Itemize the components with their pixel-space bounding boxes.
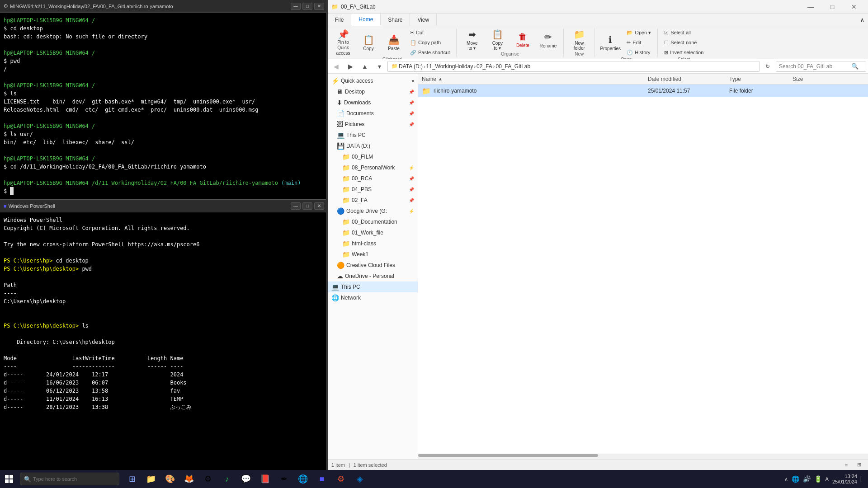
col-date-header[interactable]: Date modified bbox=[644, 74, 726, 84]
sidebar-item-googledrive[interactable]: 🔵 Google Drive (G: ⚡ bbox=[328, 206, 418, 216]
git-btn[interactable]: ⚙ bbox=[332, 470, 350, 488]
spotify-btn[interactable]: ♪ bbox=[218, 470, 236, 488]
delete-btn[interactable]: 🗑 Delete bbox=[511, 28, 534, 52]
mingw-maximize-btn[interactable]: □ bbox=[302, 3, 312, 10]
sidebar-item-01work[interactable]: 📁 01_Work_file bbox=[328, 227, 418, 238]
wacom-btn[interactable]: ✒ bbox=[275, 470, 293, 488]
addr-part-data[interactable]: DATA (D:) bbox=[399, 63, 423, 70]
firefox-btn[interactable]: 🦊 bbox=[180, 470, 198, 488]
select-none-btn[interactable]: ☐ Select none bbox=[661, 38, 706, 47]
copy-btn[interactable]: 📋 Copy bbox=[357, 31, 380, 54]
sidebar-item-htmlclass[interactable]: 📁 html-class bbox=[328, 238, 418, 249]
address-path[interactable]: 📁 DATA (D:) › 11_WorkingHoliday › 02_FA … bbox=[387, 61, 760, 72]
ribbon-collapse-btn[interactable]: ∧ bbox=[857, 14, 868, 26]
addr-part-fa[interactable]: 02_FA bbox=[476, 63, 492, 70]
tab-file[interactable]: File bbox=[328, 14, 351, 26]
tab-share[interactable]: Share bbox=[381, 14, 410, 26]
col-type-header[interactable]: Type bbox=[726, 74, 789, 84]
history-btn[interactable]: 🕐 History bbox=[624, 48, 654, 57]
acrobat-btn[interactable]: 📕 bbox=[256, 470, 274, 488]
ps-maximize-btn[interactable]: □ bbox=[302, 202, 312, 210]
task-view-btn[interactable]: ⊞ bbox=[123, 470, 141, 488]
line-btn[interactable]: 💬 bbox=[237, 470, 255, 488]
sidebar-item-pictures[interactable]: 🖼 Pictures 📌 bbox=[328, 119, 418, 130]
sidebar-item-documents[interactable]: 📄 Documents 📌 bbox=[328, 108, 418, 119]
search-input[interactable] bbox=[779, 63, 851, 70]
cut-btn[interactable]: ✂ Cut bbox=[407, 28, 453, 37]
ps-close-btn[interactable]: ✕ bbox=[314, 202, 324, 210]
sidebar-item-00doc[interactable]: 📁 00_Documentation bbox=[328, 216, 418, 227]
h-scroll-thumb[interactable] bbox=[418, 454, 598, 457]
details-view-btn[interactable]: ≡ bbox=[841, 460, 852, 469]
open-btn[interactable]: 📂 Open ▾ bbox=[624, 28, 654, 37]
chrome-btn[interactable]: 🌐 bbox=[294, 470, 312, 488]
ps-body[interactable]: Windows PowerShell Copyright (C) Microso… bbox=[0, 212, 328, 470]
pin-to-quick-access-btn[interactable]: 📌 Pin to Quickaccess bbox=[331, 31, 355, 54]
powershell-taskbar-btn[interactable]: ■ bbox=[313, 470, 331, 488]
tray-volume-icon[interactable]: 🔊 bbox=[803, 475, 811, 483]
terminal-resize-handle[interactable] bbox=[326, 0, 328, 488]
sidebar-item-data-d[interactable]: 💾 DATA (D:) bbox=[328, 141, 418, 151]
back-btn[interactable]: ◀ bbox=[330, 61, 342, 72]
paste-btn[interactable]: 📥 Paste bbox=[382, 33, 406, 53]
file-row-riichiro[interactable]: 📁 riichiro-yamamoto 25/01/2024 11:57 Fil… bbox=[418, 84, 868, 97]
rename-btn[interactable]: ✏ Rename bbox=[536, 28, 560, 52]
sidebar-item-creative-cloud[interactable]: 🟠 Creative Cloud Files bbox=[328, 260, 418, 271]
mingw-close-btn[interactable]: ✕ bbox=[314, 3, 324, 10]
settings-btn[interactable]: ⚙ bbox=[199, 470, 217, 488]
sidebar-item-08personal[interactable]: 📁 08_PersonalWork ⚡ bbox=[328, 162, 418, 173]
show-desktop-btn[interactable]: ▏ bbox=[861, 476, 864, 482]
paste-shortcut-btn[interactable]: 🔗 Paste shortcut bbox=[407, 48, 453, 57]
h-scrollbar[interactable] bbox=[418, 454, 868, 459]
col-name-header[interactable]: Name ▲ bbox=[418, 74, 644, 84]
sidebar-item-thispc-1[interactable]: 💻 This PC bbox=[328, 130, 418, 141]
sidebar-item-onedrive[interactable]: ☁ OneDrive - Personal bbox=[328, 271, 418, 282]
mingw-minimize-btn[interactable]: — bbox=[291, 3, 301, 10]
invert-selection-btn[interactable]: ⊠ Invert selection bbox=[661, 48, 706, 57]
sidebar-item-quick-access[interactable]: ⚡ Quick access ▾ bbox=[328, 75, 418, 86]
copy-path-btn[interactable]: 📋 Copy path bbox=[407, 38, 453, 47]
file-explorer-taskbar-btn[interactable]: 📁 bbox=[142, 470, 160, 488]
sidebar-item-week1[interactable]: 📁 Week1 bbox=[328, 249, 418, 260]
new-folder-btn[interactable]: 📁 Newfolder bbox=[567, 28, 591, 52]
taskbar-clock[interactable]: 13:24 25/01/2024 bbox=[832, 474, 857, 484]
sidebar-item-thispc-2[interactable]: 💻 This PC bbox=[328, 282, 418, 292]
vscode-btn[interactable]: ◈ bbox=[351, 470, 369, 488]
select-all-btn[interactable]: ☑ Select all bbox=[661, 28, 706, 37]
large-icons-view-btn[interactable]: ⊞ bbox=[854, 460, 864, 469]
up-btn[interactable]: ▲ bbox=[359, 61, 371, 72]
tab-home[interactable]: Home bbox=[351, 14, 381, 26]
explorer-close-btn[interactable]: ✕ bbox=[844, 0, 864, 14]
edit-btn[interactable]: ✏ Edit bbox=[624, 38, 654, 47]
sidebar-item-desktop[interactable]: 🖥 Desktop 📌 bbox=[328, 86, 418, 97]
ps-header-2: Copyright (C) Microsoft Corporation. All… bbox=[4, 225, 190, 231]
taskbar-search-input[interactable] bbox=[33, 476, 110, 482]
start-btn[interactable] bbox=[0, 470, 18, 488]
tab-view[interactable]: View bbox=[410, 14, 437, 26]
addr-part-gitlab[interactable]: 00_FA_GitLab bbox=[495, 63, 530, 70]
refresh-btn[interactable]: ↻ bbox=[761, 61, 774, 72]
sidebar-item-downloads[interactable]: ⬇ Downloads 📌 bbox=[328, 97, 418, 108]
col-size-header[interactable]: Size bbox=[789, 74, 834, 84]
move-to-btn[interactable]: ➡ Moveto ▾ bbox=[460, 28, 484, 52]
tray-battery-icon[interactable]: 🔋 bbox=[814, 475, 822, 483]
recent-btn[interactable]: ▾ bbox=[373, 61, 386, 72]
sidebar-item-04pbs[interactable]: 📁 04_PBS 📌 bbox=[328, 184, 418, 195]
explorer-minimize-btn[interactable]: — bbox=[800, 0, 821, 14]
sidebar-item-02fa[interactable]: 📁 02_FA 📌 bbox=[328, 195, 418, 206]
mingw-body[interactable]: hp@LAPTOP-LSK15B9G MINGW64 / $ cd deskto… bbox=[0, 13, 328, 199]
tray-expand-btn[interactable]: ∧ bbox=[784, 476, 788, 482]
copy-to-btn[interactable]: 📋 Copyto ▾ bbox=[486, 28, 509, 52]
ps-minimize-btn[interactable]: — bbox=[291, 202, 301, 210]
mingw-cmd-1: $ cd desktop bbox=[4, 25, 43, 32]
sidebar-item-00rca[interactable]: 📁 00_RCA 📌 bbox=[328, 173, 418, 184]
properties-btn[interactable]: ℹ Properties bbox=[599, 31, 622, 54]
paint-btn[interactable]: 🎨 bbox=[161, 470, 179, 488]
sidebar-item-00film[interactable]: 📁 00_FILM bbox=[328, 151, 418, 162]
forward-btn[interactable]: ▶ bbox=[344, 61, 357, 72]
explorer-maximize-btn[interactable]: □ bbox=[822, 0, 843, 14]
tray-network-icon[interactable]: 🌐 bbox=[792, 475, 799, 483]
sidebar-item-network[interactable]: 🌐 Network bbox=[328, 292, 418, 303]
tray-ime-icon[interactable]: A bbox=[826, 476, 829, 482]
addr-part-working[interactable]: 11_WorkingHoliday bbox=[426, 63, 473, 70]
